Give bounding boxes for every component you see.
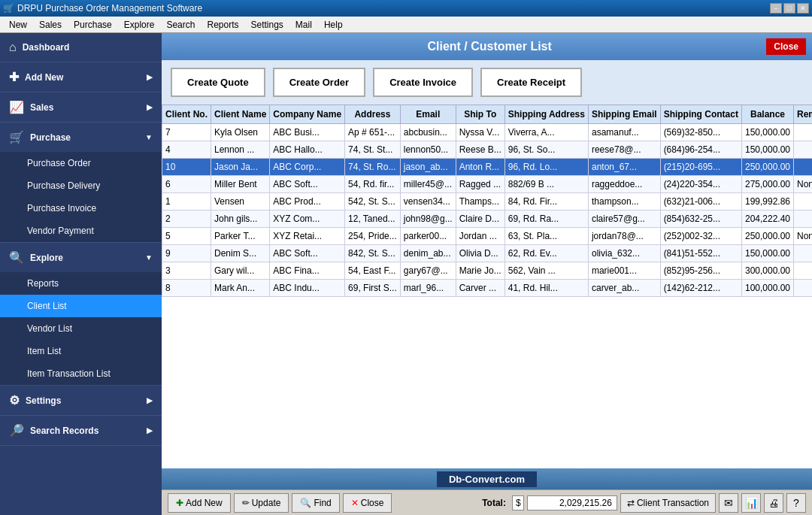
table-row[interactable]: 7Kyla OlsenABC Busi...Ap # 651-...abcbus… bbox=[162, 124, 813, 141]
sidebar-purchase-label: Purchase bbox=[30, 132, 71, 143]
sidebar-item-purchase-order[interactable]: Purchase Order bbox=[0, 152, 162, 174]
table-cell: 5 bbox=[162, 228, 211, 245]
find-button[interactable]: 🔍 Find bbox=[292, 493, 339, 513]
sidebar-item-vendor-payment[interactable]: Vendor Payment bbox=[0, 220, 162, 242]
table-cell: 300,000.00 bbox=[741, 262, 793, 280]
sidebar-item-purchase-invoice[interactable]: Purchase Invoice bbox=[0, 197, 162, 220]
sales-icon: 📈 bbox=[9, 100, 24, 114]
table-cell: lennon50... bbox=[400, 141, 456, 159]
create-order-button[interactable]: Create Order bbox=[273, 68, 365, 97]
footer: ✚ Add New ✏ Update 🔍 Find ✕ Close Total: bbox=[162, 489, 812, 515]
table-cell bbox=[794, 141, 812, 159]
table-cell: 562, Vain ... bbox=[504, 262, 588, 280]
sidebar-item-sales[interactable]: 📈 Sales ▶ bbox=[0, 92, 162, 122]
create-receipt-button[interactable]: Create Receipt bbox=[480, 68, 582, 97]
panel-title: Client / Customer List bbox=[213, 40, 766, 53]
table-cell: marie001... bbox=[588, 262, 660, 280]
sidebar-item-reports[interactable]: Reports bbox=[0, 272, 162, 295]
purchase-icon: 🛒 bbox=[9, 130, 24, 144]
panel-close-button[interactable]: Close bbox=[766, 38, 806, 55]
col-client-no: Client No. bbox=[162, 105, 211, 124]
menu-search[interactable]: Search bbox=[160, 18, 201, 32]
table-cell: asamanuf... bbox=[588, 124, 660, 141]
table-cell: ABC Hallo... bbox=[270, 141, 345, 159]
sidebar-item-dashboard[interactable]: ⌂ Dashboard bbox=[0, 33, 162, 62]
table-cell: John gils... bbox=[211, 211, 270, 228]
edit-icon: ✏ bbox=[242, 498, 250, 508]
table-cell: 842, St. S... bbox=[345, 245, 401, 262]
sidebar-section-settings: ⚙ Settings ▶ bbox=[0, 386, 162, 416]
table-cell: 204,222.40 bbox=[741, 211, 793, 228]
table-cell: 96, Rd. Lo... bbox=[504, 159, 588, 176]
table-cell: (24)220-354... bbox=[660, 176, 741, 193]
minimize-button[interactable]: − bbox=[770, 3, 782, 14]
action-row: Create Quote Create Order Create Invoice… bbox=[162, 60, 812, 105]
table-cell: ABC Soft... bbox=[270, 176, 345, 193]
table-cell: 7 bbox=[162, 124, 211, 141]
create-invoice-button[interactable]: Create Invoice bbox=[373, 68, 473, 97]
sidebar-item-purchase-delivery[interactable]: Purchase Delivery bbox=[0, 174, 162, 197]
table-cell: ABC Indu... bbox=[270, 280, 345, 297]
sidebar-item-search-records[interactable]: 🔎 Search Records ▶ bbox=[0, 416, 162, 445]
table-cell: 6 bbox=[162, 176, 211, 193]
table-cell: Ap # 651-... bbox=[345, 124, 401, 141]
table-cell: 1 bbox=[162, 193, 211, 211]
menu-reports[interactable]: Reports bbox=[201, 18, 244, 32]
table-row[interactable]: 10Jason Ja...ABC Corp...74, St. Ro...jas… bbox=[162, 159, 813, 176]
table-cell: 54, East F... bbox=[345, 262, 401, 280]
footer-close-button[interactable]: ✕ Close bbox=[343, 493, 392, 513]
sidebar-item-settings[interactable]: ⚙ Settings ▶ bbox=[0, 386, 162, 415]
table-cell: 62, Rd. Ev... bbox=[504, 245, 588, 262]
email-button[interactable]: ✉ bbox=[719, 493, 738, 513]
table-row[interactable]: 4Lennon ...ABC Hallo...74, St. St...lenn… bbox=[162, 141, 813, 159]
table-cell bbox=[794, 280, 812, 297]
maximize-button[interactable]: □ bbox=[783, 3, 795, 14]
table-row[interactable]: 9Denim S...ABC Soft...842, St. S...denim… bbox=[162, 245, 813, 262]
client-transaction-button[interactable]: ⇄ Client Transaction bbox=[620, 493, 716, 513]
table-cell: 74, St. St... bbox=[345, 141, 401, 159]
menu-explore[interactable]: Explore bbox=[118, 18, 161, 32]
window-close-button[interactable]: ✕ bbox=[797, 3, 809, 14]
sidebar-item-add-new[interactable]: ✚ Add New ▶ bbox=[0, 62, 162, 92]
table-cell: (841)51-552... bbox=[660, 245, 741, 262]
sidebar-sales-label: Sales bbox=[30, 102, 53, 113]
table-row[interactable]: 2John gils...XYZ Com...12, Taned...john9… bbox=[162, 211, 813, 228]
sidebar-item-client-list[interactable]: Client List bbox=[0, 295, 162, 317]
table-row[interactable]: 8Mark An...ABC Indu...69, First S...marl… bbox=[162, 280, 813, 297]
add-new-button[interactable]: ✚ Add New bbox=[168, 493, 231, 513]
table-cell: XYZ Com... bbox=[270, 211, 345, 228]
sidebar-item-explore[interactable]: 🔍 Explore ▼ bbox=[0, 243, 162, 272]
menu-sales[interactable]: Sales bbox=[33, 18, 68, 32]
table-row[interactable]: 5Parker T...XYZ Retai...254, Pride...par… bbox=[162, 228, 813, 245]
print-button[interactable]: 🖨 bbox=[764, 493, 783, 513]
table-row[interactable]: 1VensenABC Prod...542, St. S...vensen34.… bbox=[162, 193, 813, 211]
sidebar-dashboard-label: Dashboard bbox=[23, 42, 70, 53]
menu-purchase[interactable]: Purchase bbox=[68, 18, 118, 32]
menu-new[interactable]: New bbox=[3, 18, 33, 32]
close-icon: ✕ bbox=[351, 498, 359, 508]
sidebar-section-explore: 🔍 Explore ▼ Reports Client List Vendor L… bbox=[0, 243, 162, 386]
table-cell: 150,000.00 bbox=[741, 141, 793, 159]
sidebar-section-dashboard: ⌂ Dashboard bbox=[0, 33, 162, 62]
sidebar-item-item-list[interactable]: Item List bbox=[0, 340, 162, 362]
menu-settings[interactable]: Settings bbox=[245, 18, 289, 32]
sidebar-settings-label: Settings bbox=[26, 395, 61, 406]
table-row[interactable]: 3Gary wil...ABC Fina...54, East F...gary… bbox=[162, 262, 813, 280]
footer-right: Total: $ 2,029,215.26 ⇄ Client Transacti… bbox=[482, 493, 806, 513]
table-cell: 84, Rd. Fir... bbox=[504, 193, 588, 211]
menu-mail[interactable]: Mail bbox=[289, 18, 318, 32]
table-cell: 9 bbox=[162, 245, 211, 262]
help-button[interactable]: ? bbox=[786, 493, 806, 513]
sync-icon: ⇄ bbox=[627, 498, 635, 508]
menu-help[interactable]: Help bbox=[318, 18, 349, 32]
create-quote-button[interactable]: Create Quote bbox=[171, 68, 265, 97]
sidebar-item-purchase[interactable]: 🛒 Purchase ▼ bbox=[0, 123, 162, 152]
excel-button[interactable]: 📊 bbox=[741, 493, 761, 513]
update-button[interactable]: ✏ Update bbox=[234, 493, 289, 513]
table-cell: (852)95-256... bbox=[660, 262, 741, 280]
sidebar-item-vendor-list[interactable]: Vendor List bbox=[0, 317, 162, 340]
table-row[interactable]: 6Miller BentABC Soft...54, Rd. fir...mil… bbox=[162, 176, 813, 193]
table-cell: Jason Ja... bbox=[211, 159, 270, 176]
sidebar-item-item-transaction-list[interactable]: Item Transaction List bbox=[0, 362, 162, 385]
explore-icon: 🔍 bbox=[9, 250, 24, 265]
